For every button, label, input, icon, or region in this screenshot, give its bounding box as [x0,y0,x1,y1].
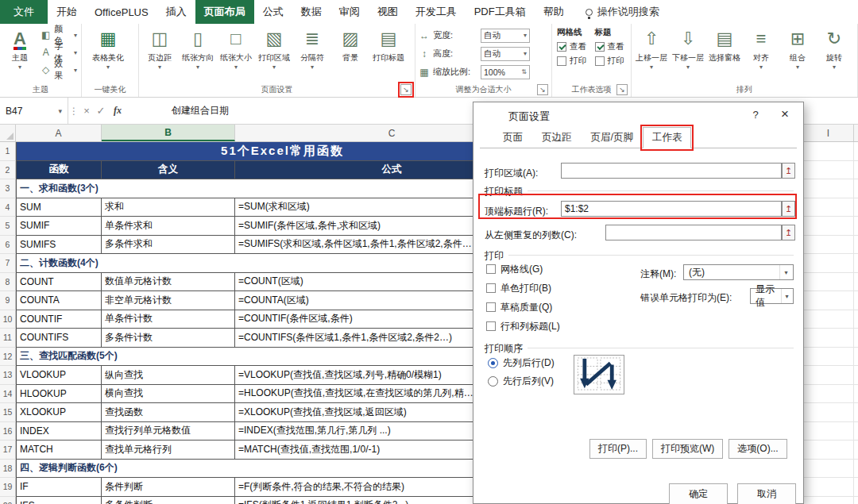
cell-errors-dropdown[interactable]: 显示值 ▾ [750,288,794,304]
cell-B2[interactable]: 含义 [102,161,235,180]
category-cell-row3[interactable]: 一、求和函数(3个) [16,179,549,198]
ribbon-tab-formulas[interactable]: 公式 [254,0,292,24]
scale-dialog-launcher-icon[interactable]: ↘ [537,84,548,95]
row-header-18[interactable]: 18 [0,460,16,479]
cell-A20[interactable]: IFS [16,497,102,504]
theme-effects-button[interactable]: ◇效果▾ [38,61,79,79]
column-header-A[interactable]: A [16,125,102,141]
cell-A16[interactable]: INDEX [16,422,102,441]
align-button[interactable]: ≡对齐▾ [743,26,779,83]
row-header-10[interactable]: 10 [0,310,16,329]
down-then-over-radio[interactable]: 先列后行(D) [488,354,555,372]
cell-A13[interactable]: VLOOKUP [16,366,102,385]
cell-A19[interactable]: IF [16,478,102,497]
row-header-1[interactable]: 1 [0,142,16,161]
cell-B16[interactable]: 查找行列单元格数值 [102,422,235,441]
height-combo[interactable]: 自动▾ [481,47,530,61]
print-preview-button[interactable]: 打印预览(W) [652,439,723,459]
cell-B10[interactable]: 单条件计数 [102,310,235,329]
cancel-button[interactable]: 取消 [737,483,796,504]
row-header-2[interactable]: 2 [0,161,16,180]
row-header-15[interactable]: 15 [0,403,16,422]
options-button[interactable]: 选项(O)... [729,439,786,459]
cell-B4[interactable]: 求和 [102,198,235,217]
name-box[interactable]: B47 ▾ [0,98,68,124]
cell-B19[interactable]: 条件判断 [102,478,235,497]
insert-function-icon[interactable]: fx [108,105,127,117]
row-header-17[interactable]: 17 [0,441,16,460]
scale-combo[interactable]: 100%⇅ [481,65,530,79]
row-header-14[interactable]: 14 [0,385,16,404]
cell-A4[interactable]: SUM [16,198,102,217]
row-header-3[interactable]: 3 [0,179,16,198]
cell-A14[interactable]: HLOOKUP [16,385,102,404]
row-header-7[interactable]: 7 [0,254,16,273]
print-area-button[interactable]: ▧打印区域▾ [255,26,293,83]
close-icon[interactable]: × [778,106,792,122]
headings-print-checkbox[interactable]: 打印 [595,54,627,68]
ribbon-tab-insert[interactable]: 插入 [157,0,195,24]
width-combo[interactable]: 自动▾ [481,29,530,43]
enter-icon[interactable]: ✓ [94,105,108,117]
cell-B15[interactable]: 查找函数 [102,403,235,422]
selection-pane-button[interactable]: ▤选择窗格 [706,26,743,83]
bring-forward-button[interactable]: ⇧上移一层▾ [633,26,670,83]
gridlines-print-checkbox[interactable]: 打印 [557,54,589,68]
left-columns-input[interactable] [605,225,782,240]
background-button[interactable]: ▨背景 [331,26,369,83]
rotate-button[interactable]: ↻旋转▾ [816,26,852,83]
group-button[interactable]: ⊞组合▾ [779,26,816,83]
collapse-dialog-icon[interactable]: ↥ [782,201,795,217]
column-header-I[interactable]: I [803,125,854,141]
cell-B17[interactable]: 查找单元格行列 [102,441,235,460]
row-header-20[interactable]: 20 [0,497,16,504]
cancel-icon[interactable]: × [79,105,94,117]
breaks-button[interactable]: ≣分隔符▾ [293,26,331,83]
ribbon-tab-developer[interactable]: 开发工具 [407,0,466,24]
cell-A6[interactable]: SUMIFS [16,236,102,255]
cell-B8[interactable]: 数值单元格计数 [102,273,235,292]
margins-button[interactable]: ◫页边距▾ [141,26,179,83]
cell-A8[interactable]: COUNT [16,273,102,292]
over-then-down-radio[interactable]: 先行后列(V) [488,372,555,391]
collapse-dialog-icon[interactable]: ↥ [782,225,795,240]
black-and-white-checkbox[interactable]: 单色打印(B) [486,279,560,298]
row-header-12[interactable]: 12 [0,348,16,367]
row-header-11[interactable]: 11 [0,329,16,348]
comments-dropdown[interactable]: (无) ▾ [683,264,794,280]
ribbon-tab-home[interactable]: 开始 [48,0,86,24]
cell-B9[interactable]: 非空单元格计数 [102,291,235,310]
print-titles-button[interactable]: ▤打印标题 [369,26,408,83]
category-cell-row7[interactable]: 二、计数函数(4个) [16,254,549,273]
cell-B5[interactable]: 单条件求和 [102,217,235,236]
chevron-down-icon[interactable]: ▾ [58,107,62,115]
row-header-13[interactable]: 13 [0,366,16,385]
ribbon-tab-pdf-tools[interactable]: PDF工具箱 [466,0,535,24]
row-header-4[interactable]: 4 [0,198,16,217]
cell-A5[interactable]: SUMIF [16,217,102,236]
row-col-headings-checkbox[interactable]: 行和列标题(L) [486,317,560,336]
page-setup-dialog-launcher-icon[interactable]: ↘ [400,84,412,95]
row-header-5[interactable]: 5 [0,217,16,236]
cell-A17[interactable]: MATCH [16,441,102,460]
row-header-9[interactable]: 9 [0,291,16,310]
ribbon-tab-data[interactable]: 数据 [292,0,330,24]
dialog-tab-margins[interactable]: 页边距 [532,127,582,148]
cell-B13[interactable]: 纵向查找 [102,366,235,385]
cell-B20[interactable]: 多条件判断 [102,497,235,504]
dialog-tab-page[interactable]: 页面 [493,127,532,148]
category-cell-row18[interactable]: 四、逻辑判断函数(6个) [16,460,549,479]
category-cell-row12[interactable]: 三、查找匹配函数(5个) [16,348,549,367]
cell-A15[interactable]: XLOOKUP [16,403,102,422]
dialog-tab-sheet[interactable]: 工作表 [643,127,692,148]
cell-A9[interactable]: COUNTA [16,291,102,310]
cell-A2[interactable]: 函数 [16,161,102,180]
select-all-corner[interactable] [0,125,16,141]
sheet-options-dialog-launcher-icon[interactable]: ↘ [616,84,628,95]
headings-view-checkbox[interactable]: 查看 [595,40,627,54]
tab-file[interactable]: 文件 [0,0,48,24]
row-header-16[interactable]: 16 [0,422,16,441]
table-beautify-button[interactable]: ▦ 表格美化 ▾ [83,26,133,83]
cell-B6[interactable]: 多条件求和 [102,236,235,255]
cell-A10[interactable]: COUNTIF [16,310,102,329]
